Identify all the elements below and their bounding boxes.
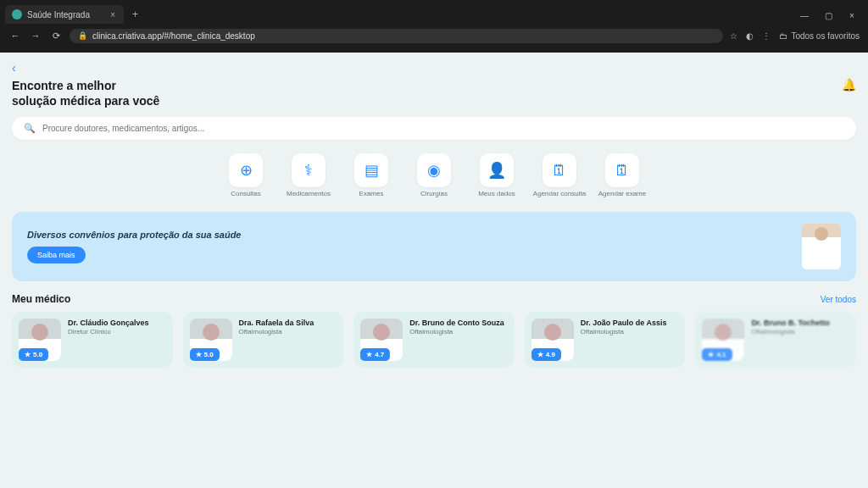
close-window-icon[interactable]: × [844, 11, 860, 20]
reload-icon[interactable]: ⟳ [49, 30, 63, 42]
banner-person-image [802, 224, 841, 269]
page-back-icon[interactable]: ‹ [12, 61, 16, 75]
rating-value: 4.9 [546, 351, 555, 358]
category-exames[interactable]: ▤ Exames [344, 153, 398, 198]
doctor-role: Diretor Clínico [68, 328, 149, 336]
calendar-icon: 🗓 [552, 162, 567, 180]
tab-title: Saúde Integrada [27, 10, 90, 19]
rating-value: 4.7 [375, 351, 384, 358]
eye-icon: ◉ [427, 161, 441, 180]
star-icon: ★ [366, 351, 372, 358]
doctor-name: Dr. Bruno B. Tochetto [751, 319, 829, 327]
doctor-card[interactable]: Dr. Cláudio Gonçalves Diretor Clínico ★5… [12, 312, 173, 368]
close-tab-icon[interactable]: × [110, 10, 115, 19]
doctor-card[interactable]: Dr. Bruno B. Tochetto Oftalmologista ★4.… [695, 312, 856, 368]
browser-tab[interactable]: Saúde Integrada × [5, 5, 124, 24]
doctor-role: Oftalmologista [409, 328, 504, 336]
rating-badge: ★4.7 [360, 348, 390, 361]
doctor-card[interactable]: Dra. Rafaela da Silva Oftalmologista ★5.… [183, 312, 344, 368]
doctor-role: Oftalmologista [751, 328, 829, 336]
favicon-icon [12, 9, 22, 19]
search-bar[interactable]: 🔍 [12, 117, 856, 140]
doctor-card[interactable]: Dr. Bruno de Conto Souza Oftalmologista … [353, 312, 515, 368]
person-icon: 👤 [487, 161, 506, 180]
doctor-role: Oftalmologista [239, 328, 314, 336]
notification-bell-icon[interactable]: 🔔 [842, 78, 856, 92]
window-controls: — ▢ × [788, 8, 868, 24]
url-text: clinica.criativa.app/#/home_clinica_desk… [92, 31, 255, 41]
star-icon: ★ [537, 351, 543, 358]
rating-badge: ★4.1 [702, 348, 732, 361]
category-label: Consultas [231, 191, 261, 198]
new-tab-button[interactable]: + [127, 5, 143, 24]
star-icon: ★ [25, 351, 31, 358]
briefcase-medical-icon: ⊕ [240, 161, 253, 180]
category-agendar-exame[interactable]: 🗓 Agendar exame [595, 153, 649, 198]
star-icon: ★ [196, 351, 202, 358]
category-cirurgias[interactable]: ◉ Cirurgias [407, 153, 461, 198]
calendar-icon: 🗓 [615, 162, 630, 180]
browser-tabbar: Saúde Integrada × + — ▢ × [0, 0, 868, 24]
headline-line2: solução médica para você [12, 93, 159, 108]
category-medicamentos[interactable]: ⚕ Medicamentos [281, 153, 336, 198]
rating-value: 4.1 [716, 351, 726, 358]
search-icon: 🔍 [24, 123, 36, 134]
doctor-name: Dr. Bruno de Conto Souza [409, 319, 504, 327]
category-meus-dados[interactable]: 👤 Meus dados [470, 153, 524, 198]
all-favorites-button[interactable]: 🗀 Todos os favoritos [779, 31, 860, 41]
doctor-name: Dr. Cláudio Gonçalves [68, 319, 149, 327]
view-all-link[interactable]: Ver todos [821, 295, 856, 304]
banner-cta-button[interactable]: Saiba mais [27, 247, 86, 263]
rating-value: 5.0 [33, 351, 42, 358]
extension-icon[interactable]: ◐ [746, 31, 754, 41]
lock-icon: 🔒 [78, 31, 87, 40]
url-field[interactable]: 🔒 clinica.criativa.app/#/home_clinica_de… [70, 29, 723, 43]
doctor-name: Dr. João Paulo de Assis [581, 319, 667, 327]
pill-icon: ⚕ [304, 161, 313, 180]
banner-text: Diversos convênios para proteção da sua … [27, 230, 241, 240]
address-bar: ← → ⟳ 🔒 clinica.criativa.app/#/home_clin… [0, 24, 868, 47]
category-label: Agendar exame [598, 191, 646, 198]
rating-badge: ★4.9 [531, 348, 561, 361]
rating-badge: ★5.0 [190, 348, 220, 361]
doctor-row: Dr. Cláudio Gonçalves Diretor Clínico ★5… [12, 312, 856, 368]
category-label: Agendar consulta [533, 191, 586, 198]
category-label: Exames [359, 191, 384, 198]
star-icon: ★ [708, 351, 714, 358]
clipboard-icon: ▤ [364, 161, 379, 180]
doctor-name: Dra. Rafaela da Silva [239, 319, 314, 327]
doctor-role: Oftalmologista [581, 328, 667, 336]
forward-icon[interactable]: → [29, 30, 42, 41]
star-icon[interactable]: ☆ [730, 31, 737, 41]
maximize-icon[interactable]: ▢ [821, 11, 836, 20]
folder-icon: 🗀 [779, 31, 787, 41]
category-consultas[interactable]: ⊕ Consultas [219, 153, 273, 198]
section-title: Meu médico [12, 293, 70, 305]
headline-line1: Encontre a melhor [12, 78, 159, 93]
menu-icon[interactable]: ⋮ [762, 31, 771, 41]
minimize-icon[interactable]: — [797, 11, 812, 20]
category-row: ⊕ Consultas ⚕ Medicamentos ▤ Exames ◉ Ci… [12, 153, 856, 198]
category-label: Meus dados [478, 191, 515, 198]
category-label: Cirurgias [420, 191, 448, 198]
rating-value: 5.0 [204, 351, 214, 358]
rating-badge: ★5.0 [19, 348, 48, 361]
back-icon[interactable]: ← [8, 30, 22, 41]
category-label: Medicamentos [287, 191, 331, 198]
page-content: ‹ Encontre a melhor solução médica para … [0, 53, 868, 488]
promo-banner: Diversos convênios para proteção da sua … [12, 212, 856, 281]
category-agendar-consulta[interactable]: 🗓 Agendar consulta [532, 153, 587, 198]
favorites-label: Todos os favoritos [791, 31, 860, 41]
doctor-card[interactable]: Dr. João Paulo de Assis Oftalmologista ★… [525, 312, 686, 368]
search-input[interactable] [42, 124, 844, 133]
